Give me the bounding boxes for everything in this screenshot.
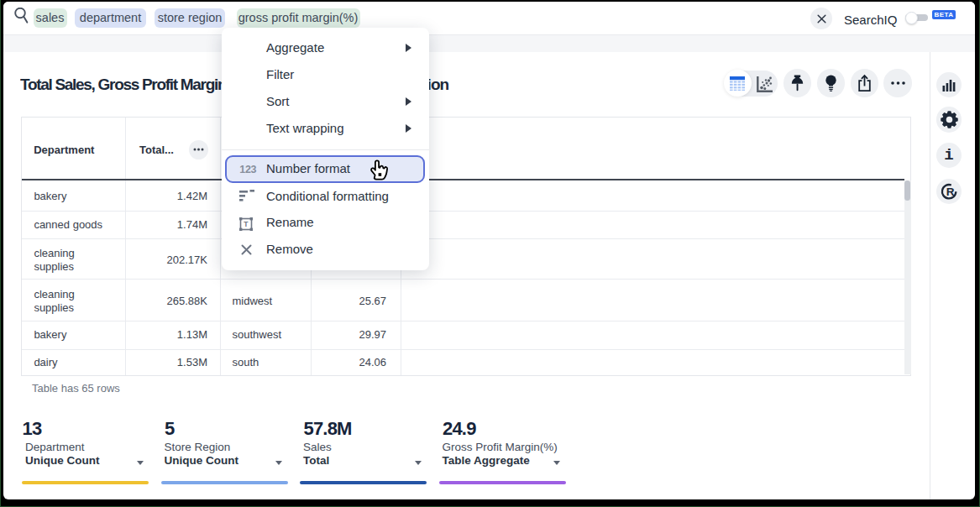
svg-text:R: R xyxy=(946,186,955,198)
svg-text:T: T xyxy=(244,220,249,228)
